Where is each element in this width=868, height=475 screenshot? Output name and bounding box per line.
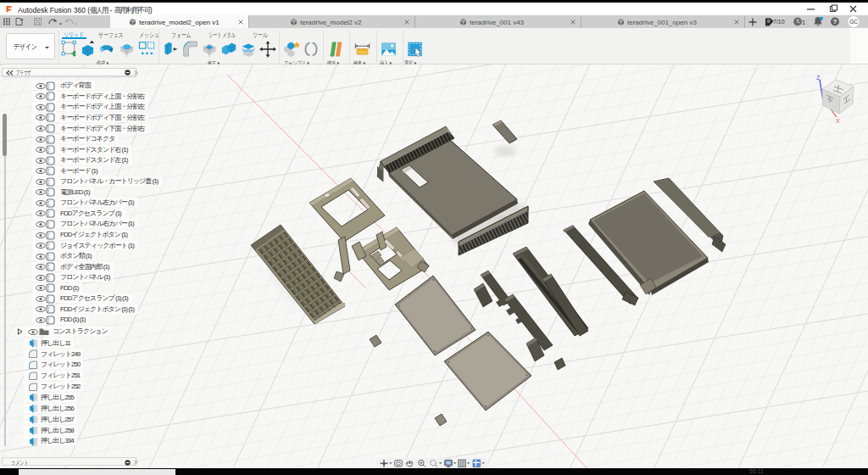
svg-text:GC: GC	[849, 19, 858, 25]
svg-text:Z: Z	[816, 75, 821, 81]
svg-text:?: ?	[833, 18, 837, 25]
svg-text:X: X	[836, 118, 840, 124]
